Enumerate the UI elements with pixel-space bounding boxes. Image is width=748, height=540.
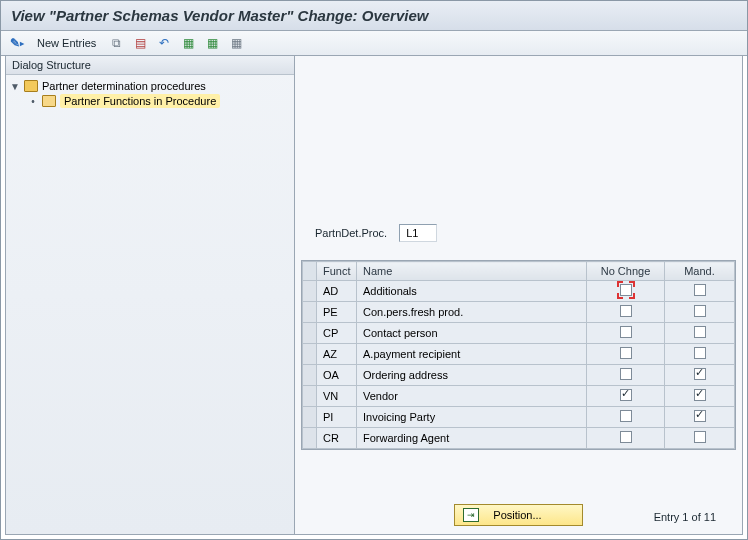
cell-funct[interactable]: AD <box>317 281 357 302</box>
checkbox-icon[interactable] <box>694 368 706 380</box>
cell-nochnge[interactable] <box>587 407 665 428</box>
position-button[interactable]: ⇥ Position... <box>454 504 582 526</box>
cell-funct[interactable]: PE <box>317 302 357 323</box>
cell-name[interactable]: A.payment recipient <box>357 344 587 365</box>
cell-mand[interactable] <box>665 428 735 449</box>
cell-nochnge[interactable] <box>587 323 665 344</box>
grid-select-header[interactable] <box>303 262 317 281</box>
row-selector[interactable] <box>303 386 317 407</box>
cell-name[interactable]: Forwarding Agent <box>357 428 587 449</box>
cell-nochnge[interactable] <box>587 302 665 323</box>
cell-mand[interactable] <box>665 323 735 344</box>
cell-name[interactable]: Contact person <box>357 323 587 344</box>
sap-window: View "Partner Schemas Vendor Master" Cha… <box>0 0 748 540</box>
checkbox-icon[interactable] <box>694 389 706 401</box>
cell-funct[interactable]: CR <box>317 428 357 449</box>
tree-node-label: Partner determination procedures <box>42 80 206 92</box>
cell-funct[interactable]: CP <box>317 323 357 344</box>
row-selector[interactable] <box>303 365 317 386</box>
delete-icon[interactable]: ▤ <box>132 35 148 51</box>
select-all-icon[interactable]: ▦ <box>204 35 220 51</box>
cell-nochnge[interactable] <box>587 386 665 407</box>
row-selector[interactable] <box>303 344 317 365</box>
grid-header-nochnge[interactable]: No Chnge <box>587 262 665 281</box>
cell-mand[interactable] <box>665 407 735 428</box>
page-title: View "Partner Schemas Vendor Master" Cha… <box>11 7 428 24</box>
partn-det-proc-input[interactable] <box>399 224 437 242</box>
dialog-structure-tree: ▼ Partner determination procedures • Par… <box>6 75 294 113</box>
checkbox-icon[interactable] <box>620 326 632 338</box>
cell-funct[interactable]: OA <box>317 365 357 386</box>
toolbar: ✎▸ New Entries ⧉ ▤ ↶ ▦ ▦ ▦ <box>1 31 747 56</box>
cell-mand[interactable] <box>665 386 735 407</box>
grid-header-mand[interactable]: Mand. <box>665 262 735 281</box>
table-row[interactable]: ADAdditionals <box>303 281 735 302</box>
cell-name[interactable]: Con.pers.fresh prod. <box>357 302 587 323</box>
checkbox-icon[interactable] <box>620 389 632 401</box>
cell-name[interactable]: Ordering address <box>357 365 587 386</box>
table-row[interactable]: VNVendor <box>303 386 735 407</box>
dialog-structure-header: Dialog Structure <box>6 56 294 75</box>
undo-icon[interactable]: ↶ <box>156 35 172 51</box>
checkbox-icon[interactable] <box>694 326 706 338</box>
cell-name[interactable]: Invoicing Party <box>357 407 587 428</box>
cell-mand[interactable] <box>665 281 735 302</box>
cell-nochnge[interactable] <box>587 428 665 449</box>
grid-header-name[interactable]: Name <box>357 262 587 281</box>
toggle-display-change-icon[interactable]: ✎▸ <box>9 35 25 51</box>
table-row[interactable]: AZA.payment recipient <box>303 344 735 365</box>
checkbox-icon[interactable] <box>620 347 632 359</box>
deselect-all-icon[interactable]: ▦ <box>228 35 244 51</box>
grid-header-row: Funct Name No Chnge Mand. <box>303 262 735 281</box>
tree-bullet-icon: • <box>28 96 38 107</box>
checkbox-icon[interactable] <box>620 368 632 380</box>
partner-functions-grid: Funct Name No Chnge Mand. ADAdditionalsP… <box>301 260 736 450</box>
cell-nochnge[interactable] <box>587 365 665 386</box>
folder-open-icon <box>42 95 56 107</box>
row-selector[interactable] <box>303 407 317 428</box>
cell-funct[interactable]: PI <box>317 407 357 428</box>
cell-name[interactable]: Additionals <box>357 281 587 302</box>
table-row[interactable]: OAOrdering address <box>303 365 735 386</box>
cell-name[interactable]: Vendor <box>357 386 587 407</box>
dialog-structure-pane: Dialog Structure ▼ Partner determination… <box>5 55 295 535</box>
checkbox-icon[interactable] <box>620 431 632 443</box>
checkbox-icon[interactable] <box>694 431 706 443</box>
checkbox-icon[interactable] <box>694 347 706 359</box>
checkbox-icon[interactable] <box>620 410 632 422</box>
position-button-label: Position... <box>493 509 541 521</box>
row-selector[interactable] <box>303 302 317 323</box>
checkbox-icon[interactable] <box>620 284 632 296</box>
select-icon[interactable]: ▦ <box>180 35 196 51</box>
row-selector[interactable] <box>303 428 317 449</box>
row-selector[interactable] <box>303 323 317 344</box>
folder-closed-icon <box>24 80 38 92</box>
table-row[interactable]: CRForwarding Agent <box>303 428 735 449</box>
cell-mand[interactable] <box>665 365 735 386</box>
checkbox-icon[interactable] <box>694 410 706 422</box>
table-row[interactable]: PECon.pers.fresh prod. <box>303 302 735 323</box>
entry-counter: Entry 1 of 11 <box>654 511 716 523</box>
cell-mand[interactable] <box>665 302 735 323</box>
checkbox-icon[interactable] <box>694 284 706 296</box>
title-bar: View "Partner Schemas Vendor Master" Cha… <box>1 1 747 31</box>
checkbox-icon[interactable] <box>620 305 632 317</box>
grid-header-funct[interactable]: Funct <box>317 262 357 281</box>
tree-node-label-selected: Partner Functions in Procedure <box>60 94 220 108</box>
cell-mand[interactable] <box>665 344 735 365</box>
table-row[interactable]: CPContact person <box>303 323 735 344</box>
row-selector[interactable] <box>303 281 317 302</box>
table-row[interactable]: PIInvoicing Party <box>303 407 735 428</box>
checkbox-icon[interactable] <box>694 305 706 317</box>
cell-nochnge[interactable] <box>587 344 665 365</box>
cell-funct[interactable]: AZ <box>317 344 357 365</box>
tree-node-root[interactable]: ▼ Partner determination procedures <box>8 79 292 93</box>
copy-as-icon[interactable]: ⧉ <box>108 35 124 51</box>
cell-funct[interactable]: VN <box>317 386 357 407</box>
position-icon: ⇥ <box>463 508 479 522</box>
tree-twisty-icon[interactable]: ▼ <box>10 81 20 92</box>
partn-det-proc-field: PartnDet.Proc. <box>315 224 437 242</box>
tree-node-child[interactable]: • Partner Functions in Procedure <box>8 93 292 109</box>
cell-nochnge[interactable] <box>587 281 665 302</box>
new-entries-button[interactable]: New Entries <box>33 35 100 51</box>
